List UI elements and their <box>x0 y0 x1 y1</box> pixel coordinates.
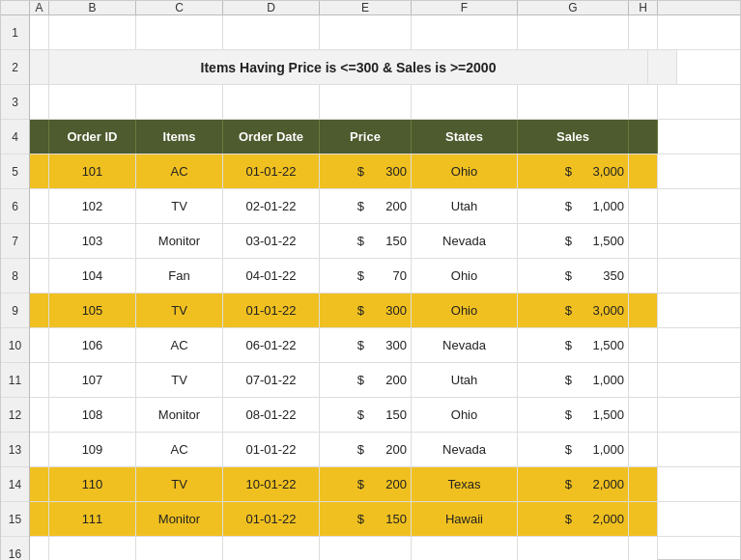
row-num-16[interactable]: 16 <box>1 537 29 560</box>
cell-empty-h[interactable] <box>629 363 658 397</box>
cell-empty[interactable] <box>30 154 49 188</box>
cell-2a[interactable] <box>30 50 49 84</box>
cell-order-id[interactable]: 104 <box>49 259 136 293</box>
cell-item[interactable]: TV <box>136 294 223 327</box>
col-header-d[interactable]: D <box>223 1 320 14</box>
cell-2h[interactable] <box>648 50 677 84</box>
cell-sales[interactable]: $ 1,500 <box>518 398 629 432</box>
cell-date[interactable]: 07-01-22 <box>223 363 320 397</box>
cell-price[interactable]: $ 150 <box>320 224 412 258</box>
cell-date[interactable]: 06-01-22 <box>223 328 320 362</box>
cell-3e[interactable] <box>320 85 412 119</box>
cell-empty-h[interactable] <box>629 502 658 536</box>
cell-empty-h[interactable] <box>629 467 658 501</box>
cell-empty-h[interactable] <box>629 259 658 293</box>
cell-3h[interactable] <box>629 85 658 119</box>
cell-date[interactable]: 02-01-22 <box>223 189 320 223</box>
cell-state[interactable]: Ohio <box>412 154 518 188</box>
col-header-e[interactable]: E <box>320 1 412 14</box>
cell-sales[interactable]: $ 1,000 <box>518 189 629 223</box>
cell-date[interactable]: 04-01-22 <box>223 259 320 293</box>
cell-price[interactable]: $ 300 <box>320 328 412 362</box>
cell-price[interactable]: $ 70 <box>320 259 412 293</box>
cell-date[interactable]: 01-01-22 <box>223 294 320 327</box>
row-num-14[interactable]: 14 <box>1 467 29 502</box>
cell-empty-h[interactable] <box>629 224 658 258</box>
cell-empty[interactable] <box>30 259 49 293</box>
cell-price[interactable]: $ 200 <box>320 467 412 501</box>
cell-item[interactable]: AC <box>136 154 223 188</box>
cell-empty-h[interactable] <box>629 398 658 432</box>
cell-state[interactable]: Ohio <box>412 398 518 432</box>
cell-16c[interactable] <box>136 537 223 560</box>
cell-sales[interactable]: $ 350 <box>518 259 629 293</box>
cell-16b[interactable] <box>49 537 136 560</box>
cell-price[interactable]: $ 300 <box>320 294 412 327</box>
cell-16f[interactable] <box>412 537 518 560</box>
row-num-6[interactable]: 6 <box>1 189 29 224</box>
cell-1d[interactable] <box>223 15 320 49</box>
cell-item[interactable]: TV <box>136 189 223 223</box>
cell-item[interactable]: Monitor <box>136 398 223 432</box>
cell-item[interactable]: Monitor <box>136 502 223 536</box>
cell-1h[interactable] <box>629 15 658 49</box>
cell-order-id[interactable]: 107 <box>49 363 136 397</box>
cell-1e[interactable] <box>320 15 412 49</box>
cell-1c[interactable] <box>136 15 223 49</box>
cell-empty[interactable] <box>30 294 49 327</box>
col-header-a[interactable]: A <box>30 1 49 14</box>
row-num-15[interactable]: 15 <box>1 502 29 537</box>
cell-order-id[interactable]: 110 <box>49 467 136 501</box>
col-header-h[interactable]: H <box>629 1 658 14</box>
cell-price[interactable]: $ 200 <box>320 189 412 223</box>
row-num-4[interactable]: 4 <box>1 120 29 154</box>
cell-order-id[interactable]: 106 <box>49 328 136 362</box>
cell-16g[interactable] <box>518 537 629 560</box>
cell-3d[interactable] <box>223 85 320 119</box>
cell-3c[interactable] <box>136 85 223 119</box>
cell-3f[interactable] <box>412 85 518 119</box>
cell-empty[interactable] <box>30 467 49 501</box>
row-num-8[interactable]: 8 <box>1 259 29 294</box>
cell-empty[interactable] <box>30 328 49 362</box>
cell-state[interactable]: Nevada <box>412 224 518 258</box>
cell-date[interactable]: 01-01-22 <box>223 154 320 188</box>
row-num-5[interactable]: 5 <box>1 154 29 189</box>
cell-item[interactable]: Monitor <box>136 224 223 258</box>
cell-item[interactable]: TV <box>136 467 223 501</box>
cell-order-id[interactable]: 101 <box>49 154 136 188</box>
cell-order-id[interactable]: 109 <box>49 433 136 466</box>
cell-16e[interactable] <box>320 537 412 560</box>
row-num-9[interactable]: 9 <box>1 294 29 328</box>
cell-1a[interactable] <box>30 15 49 49</box>
cell-price[interactable]: $ 150 <box>320 502 412 536</box>
row-num-11[interactable]: 11 <box>1 363 29 398</box>
cell-empty-h[interactable] <box>629 154 658 188</box>
cell-sales[interactable]: $ 1,500 <box>518 328 629 362</box>
cell-1g[interactable] <box>518 15 629 49</box>
cell-state[interactable]: Utah <box>412 189 518 223</box>
cell-16a[interactable] <box>30 537 49 560</box>
cell-order-id[interactable]: 108 <box>49 398 136 432</box>
cell-empty[interactable] <box>30 363 49 397</box>
cell-empty[interactable] <box>30 189 49 223</box>
cell-state[interactable]: Nevada <box>412 433 518 466</box>
cell-empty-h[interactable] <box>629 189 658 223</box>
cell-empty-h[interactable] <box>629 433 658 466</box>
cell-state[interactable]: Ohio <box>412 259 518 293</box>
cell-3g[interactable] <box>518 85 629 119</box>
cell-price[interactable]: $ 150 <box>320 398 412 432</box>
cell-sales[interactable]: $ 3,000 <box>518 154 629 188</box>
col-header-g[interactable]: G <box>518 1 629 14</box>
row-num-2[interactable]: 2 <box>1 50 29 85</box>
cell-state[interactable]: Texas <box>412 467 518 501</box>
cell-state[interactable]: Hawaii <box>412 502 518 536</box>
cell-sales[interactable]: $ 2,000 <box>518 502 629 536</box>
cell-date[interactable]: 08-01-22 <box>223 398 320 432</box>
cell-date[interactable]: 01-01-22 <box>223 502 320 536</box>
cell-state[interactable]: Utah <box>412 363 518 397</box>
row-num-13[interactable]: 13 <box>1 433 29 467</box>
cell-date[interactable]: 01-01-22 <box>223 433 320 466</box>
col-header-f[interactable]: F <box>412 1 518 14</box>
cell-1f[interactable] <box>412 15 518 49</box>
